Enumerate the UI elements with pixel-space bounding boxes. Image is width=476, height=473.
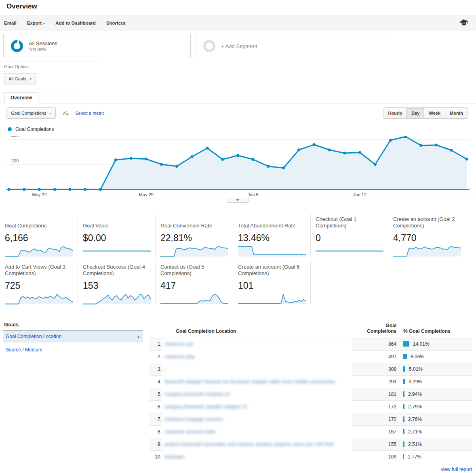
chart-data-point[interactable] (374, 163, 377, 166)
metric-card-title: Add to Cart Views (Goal 3 Completions) (5, 263, 74, 277)
metric-card-sparkline (238, 293, 306, 305)
divider (0, 61, 99, 61)
chart-data-point[interactable] (236, 154, 239, 157)
chart-data-point[interactable] (343, 152, 346, 155)
metric-card: Goal Completions 6,166 (0, 214, 78, 256)
chart-data-point[interactable] (160, 163, 163, 166)
chart-data-point[interactable] (419, 144, 422, 147)
goal-option-label: Goal Option: (4, 64, 29, 69)
granularity-week[interactable]: Week (424, 107, 445, 119)
chart-data-point[interactable] (145, 158, 147, 160)
chart-data-point[interactable] (297, 149, 300, 151)
chart-data-point[interactable] (84, 188, 86, 191)
metric-card-title: Checkout (Goal 1 Completions) (316, 215, 384, 229)
chart-data-point[interactable] (53, 188, 56, 191)
goals-item-goal-completion-location[interactable]: Goal Completion Location ▸ (3, 331, 143, 343)
metric-card-value: 6,166 (5, 233, 74, 244)
goal-locations-table: Goal Completion Location Goal Completion… (150, 320, 472, 472)
pct-bar (403, 379, 405, 384)
chart-data-point[interactable] (191, 155, 194, 158)
chart-area-fill (9, 137, 467, 189)
row-location[interactable]: customer account index (162, 426, 352, 438)
goal-option-dropdown[interactable]: All Goals ▾ (4, 73, 36, 84)
metric-card-sparkline (238, 246, 306, 257)
metric-card-title: Goal Conversion Rate (160, 215, 229, 229)
row-location[interactable]: checkout onepage success (162, 413, 352, 426)
granularity-hourly[interactable]: Hourly (383, 107, 407, 119)
pct-bar (403, 416, 404, 422)
education-graduation-cap-icon[interactable] (459, 19, 469, 27)
chart-data-point[interactable] (313, 143, 316, 146)
chart-data-point[interactable] (175, 165, 178, 168)
row-location-blurred-text: bulksales (164, 454, 185, 460)
chart-data-point[interactable] (465, 158, 468, 161)
metric-selector-dropdown[interactable]: Goal Completions ▾ (6, 107, 56, 119)
select-a-metric-link[interactable]: Select a metric (75, 111, 105, 116)
x-axis-label: Jun 5 (248, 192, 259, 197)
timeseries-chart[interactable]: 200400May 22May 29Jun 5Jun 12 (0, 136, 476, 199)
toolbar-item[interactable]: Shortcut (106, 21, 125, 25)
chart-data-point[interactable] (328, 149, 331, 151)
toolbar-item[interactable]: Email (4, 21, 17, 25)
pct-bar (403, 366, 405, 372)
chart-data-point[interactable] (206, 147, 209, 149)
metric-card: Total Abandonment Rate 13.46% (233, 214, 310, 256)
row-location[interactable]: category bluetooth headset 10 (162, 388, 352, 401)
toolbar: Email Export▾ Add to Dashboard Shortcut (0, 15, 476, 31)
chart-data-point[interactable] (450, 149, 453, 152)
table-row: 5. category bluetooth headset 10 181 2.9… (150, 388, 472, 401)
metric-card-sparkline (160, 246, 228, 257)
chevron-down-icon (236, 199, 239, 201)
annotations-expander[interactable] (227, 198, 249, 203)
toolbar-item[interactable]: Add to Dashboard (55, 21, 96, 25)
granularity-month[interactable]: Month (445, 107, 468, 119)
row-location[interactable]: bulksales (162, 451, 352, 463)
chart-data-point[interactable] (252, 158, 255, 161)
row-location[interactable]: category bluetooth speaker adapter 21 (162, 401, 352, 413)
pct-value: 5.01% (409, 366, 423, 372)
toolbar-item[interactable]: Export▾ (27, 21, 45, 25)
metric-card: Create an account (Goal 2 Completions) 4… (388, 214, 465, 256)
metric-card-title: Goal Value (83, 215, 151, 229)
toolbar-item-label: Export (27, 21, 42, 25)
header-location[interactable]: Goal Completion Location (162, 320, 352, 338)
view-full-report-link[interactable]: view full report (150, 467, 472, 472)
row-pct: 2.76% (396, 413, 472, 426)
row-location[interactable]: / (162, 363, 352, 376)
metric-selector-value: Goal Completions (11, 111, 46, 116)
goals-item-source-medium[interactable]: Source / Medium (3, 347, 143, 353)
row-location[interactable]: checkout cart (162, 338, 352, 351)
chart-data-point[interactable] (282, 166, 285, 169)
divider (0, 90, 79, 90)
add-segment-button[interactable]: + Add Segment (196, 34, 387, 58)
chart-data-point[interactable] (8, 188, 11, 191)
chart-data-point[interactable] (38, 188, 41, 191)
row-location-blurred-text: checkout onepage success (164, 416, 223, 422)
table-row: 2. contactus php 497 8.06% (150, 351, 472, 363)
row-location-blurred-text: category bluetooth speaker adapter 21 (164, 404, 247, 410)
chart-data-point[interactable] (435, 144, 438, 147)
segment-all-sessions[interactable]: All Sessions 100.00% (3, 34, 191, 58)
chart-data-point[interactable] (130, 157, 133, 160)
row-location[interactable]: bluetooth adapter headset car kit power … (162, 376, 352, 388)
chart-data-point[interactable] (221, 158, 224, 161)
metric-card-sparkline (316, 246, 383, 257)
granularity-day[interactable]: Day (406, 107, 424, 119)
table-row: 10. bulksales 109 1.77% (150, 451, 472, 463)
chart-data-point[interactable] (23, 188, 25, 191)
tab-overview[interactable]: Overview (4, 92, 38, 104)
chart-data-point[interactable] (358, 151, 361, 154)
chart-data-point[interactable] (69, 188, 72, 191)
chart-data-point[interactable] (99, 188, 102, 191)
chart-data-point[interactable] (267, 165, 270, 168)
header-completions[interactable]: Goal Completions (352, 320, 396, 338)
chart-data-point[interactable] (114, 158, 117, 161)
header-pct-completions[interactable]: % Goal Completions (396, 320, 472, 338)
pct-value: 8.06% (411, 354, 424, 359)
row-location[interactable]: contactus php (162, 351, 352, 363)
row-location[interactable]: product bluetooth transmitter and receiv… (162, 438, 352, 451)
row-location-blurred-text: category bluetooth headset 10 (164, 391, 230, 397)
segment-donut-icon (11, 40, 23, 52)
pct-bar (403, 429, 404, 434)
chart-data-point[interactable] (389, 139, 392, 142)
